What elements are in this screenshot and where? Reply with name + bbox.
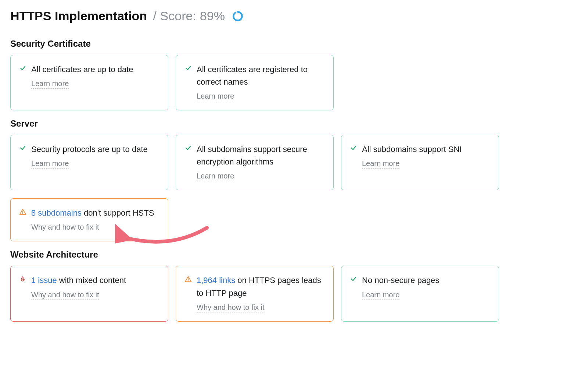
learn-more-link[interactable]: Learn more (362, 159, 399, 169)
flame-icon (19, 274, 27, 283)
card-text: 1 issue with mixed content (31, 274, 160, 287)
card-text: All subdomains support secure encryption… (197, 143, 325, 168)
card-certs-correct-names[interactable]: All certificates are registered to corre… (176, 55, 334, 110)
card-text: 1,964 links on HTTPS pages leads to HTTP… (197, 274, 325, 299)
server-row-2: 8 subdomains don't support HSTS Why and … (10, 198, 578, 241)
card-certs-up-to-date[interactable]: All certificates are up to date Learn mo… (10, 55, 168, 110)
card-http-links[interactable]: 1,964 links on HTTPS pages leads to HTTP… (176, 266, 334, 321)
card-encryption-algorithms[interactable]: All subdomains support secure encryption… (176, 135, 334, 190)
learn-more-link[interactable]: Learn more (197, 92, 234, 101)
website-architecture-row: 1 issue with mixed content Why and how t… (10, 266, 578, 321)
score-ring-icon (232, 11, 243, 22)
fix-it-link[interactable]: Why and how to fix it (197, 303, 265, 312)
card-text: All certificates are registered to corre… (197, 63, 325, 88)
fix-it-link[interactable]: Why and how to fix it (31, 223, 99, 232)
card-mixed-content[interactable]: 1 issue with mixed content Why and how t… (10, 266, 168, 321)
count-link[interactable]: 1 issue (31, 276, 57, 285)
page-title: HTTPS Implementation (10, 9, 147, 23)
card-text-rest: with mixed content (57, 276, 126, 285)
learn-more-link[interactable]: Learn more (31, 79, 69, 89)
check-icon (349, 143, 358, 151)
server-row-1: Security protocols are up to date Learn … (10, 135, 578, 190)
check-icon (19, 63, 27, 71)
card-text: No non-secure pages (362, 274, 491, 287)
svg-point-5 (188, 281, 189, 281)
score-label: Score: (160, 9, 196, 23)
card-text-rest: don't support HSTS (82, 208, 154, 217)
count-link[interactable]: 1,964 links (197, 276, 235, 285)
card-text: Security protocols are up to date (31, 143, 160, 156)
card-protocols-up-to-date[interactable]: Security protocols are up to date Learn … (10, 135, 168, 190)
check-icon (349, 274, 358, 282)
section-title-security-certificate: Security Certificate (10, 39, 578, 49)
section-title-server: Server (10, 118, 578, 129)
score-value: 89% (200, 9, 225, 23)
warning-icon (19, 207, 27, 216)
check-icon (184, 63, 192, 71)
warning-icon (184, 274, 192, 283)
check-icon (19, 143, 27, 151)
fix-it-link[interactable]: Why and how to fix it (31, 291, 99, 300)
security-certificate-row: All certificates are up to date Learn mo… (10, 55, 578, 110)
card-text: All certificates are up to date (31, 63, 160, 76)
card-text: All subdomains support SNI (362, 143, 491, 156)
card-sni-support[interactable]: All subdomains support SNI Learn more (341, 135, 499, 190)
check-icon (184, 143, 192, 151)
learn-more-link[interactable]: Learn more (197, 172, 234, 181)
svg-point-1 (233, 12, 242, 20)
svg-point-3 (22, 213, 23, 214)
card-no-nonsecure[interactable]: No non-secure pages Learn more (341, 266, 499, 321)
page-header: HTTPS Implementation / Score: 89% (10, 9, 578, 23)
learn-more-link[interactable]: Learn more (31, 159, 69, 169)
card-text: 8 subdomains don't support HSTS (31, 207, 160, 219)
count-link[interactable]: 8 subdomains (31, 208, 82, 217)
score-separator: / (153, 9, 156, 23)
learn-more-link[interactable]: Learn more (362, 291, 399, 300)
card-hsts-warning[interactable]: 8 subdomains don't support HSTS Why and … (10, 198, 168, 241)
section-title-website-architecture: Website Architecture (10, 249, 578, 260)
